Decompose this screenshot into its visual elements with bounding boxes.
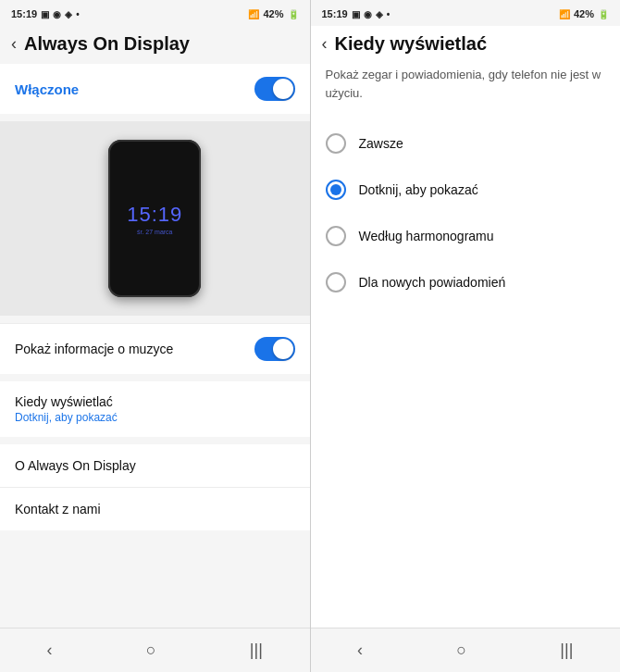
main-toggle-row[interactable]: Włączone bbox=[0, 64, 310, 114]
nav-home-left[interactable]: ○ bbox=[128, 637, 175, 664]
right-description: Pokaż zegar i powiadomienia, gdy telefon… bbox=[311, 60, 621, 115]
left-header: ‹ Always On Display bbox=[0, 26, 310, 64]
phone-preview-area: 15:19 śr. 27 marca bbox=[0, 121, 310, 316]
right-page-title: Kiedy wyświetlać bbox=[335, 33, 488, 55]
photo-icon-right: ◉ bbox=[364, 9, 372, 19]
radio-item-always[interactable]: Zawsze bbox=[311, 120, 621, 167]
radio-item-schedule[interactable]: Według harmonogramu bbox=[311, 213, 621, 259]
extra-settings-list: O Always On Display Kontakt z nami bbox=[0, 444, 310, 530]
right-screen: 15:19 ▣ ◉ ◈ • 📶 42% 🔋 ‹ Kiedy wyświetlać… bbox=[311, 0, 621, 672]
radio-circle-schedule bbox=[326, 226, 346, 246]
left-page-title: Always On Display bbox=[24, 33, 190, 55]
notif-icon-right: ▣ bbox=[352, 9, 360, 19]
radio-item-touch[interactable]: Dotknij, aby pokazać bbox=[311, 167, 621, 213]
when-to-show-item[interactable]: Kiedy wyświetlać Dotknij, aby pokazać bbox=[0, 381, 310, 437]
about-item[interactable]: O Always On Display bbox=[0, 444, 310, 488]
dot-icon-right: • bbox=[387, 9, 391, 19]
radio-options-list: Zawsze Dotknij, aby pokazać Według harmo… bbox=[311, 115, 621, 628]
battery-icon-left: 🔋 bbox=[288, 9, 299, 19]
right-header: ‹ Kiedy wyświetlać bbox=[311, 26, 621, 60]
signal-icon-left: 📶 bbox=[248, 9, 259, 19]
radio-circle-touch bbox=[326, 180, 346, 200]
nav-recent-left[interactable]: ||| bbox=[231, 637, 281, 664]
notification-icon: ▣ bbox=[41, 9, 49, 19]
nav-back-left[interactable]: ‹ bbox=[29, 637, 71, 664]
time-left: 15:19 bbox=[11, 8, 37, 19]
status-bar-left: 15:19 ▣ ◉ ◈ • 📶 42% 🔋 bbox=[0, 0, 310, 26]
main-toggle-switch[interactable] bbox=[254, 77, 295, 101]
settings-list: Kiedy wyświetlać Dotknij, aby pokazać bbox=[0, 381, 310, 437]
wifi-icon-right: ◈ bbox=[376, 9, 383, 19]
music-toggle-row[interactable]: Pokaż informacje o muzyce bbox=[0, 323, 310, 374]
contact-label: Kontakt z nami bbox=[15, 502, 101, 516]
status-left-right: 15:19 ▣ ◉ ◈ • bbox=[322, 8, 391, 19]
radio-label-schedule: Według harmonogramu bbox=[359, 229, 494, 243]
status-right-left: 📶 42% 🔋 bbox=[248, 8, 298, 19]
back-button-left[interactable]: ‹ bbox=[11, 34, 17, 54]
battery-icon-right: 🔋 bbox=[598, 9, 609, 19]
radio-item-notifications[interactable]: Dla nowych powiadomień bbox=[311, 259, 621, 305]
bottom-nav-left: ‹ ○ ||| bbox=[0, 628, 310, 672]
nav-back-right[interactable]: ‹ bbox=[339, 637, 381, 664]
wifi-icon2: ◈ bbox=[65, 9, 72, 19]
photo-icon: ◉ bbox=[53, 9, 61, 19]
preview-date: śr. 27 marca bbox=[137, 229, 173, 235]
time-right: 15:19 bbox=[322, 8, 348, 19]
back-button-right[interactable]: ‹ bbox=[322, 34, 328, 54]
status-left: 15:19 ▣ ◉ ◈ • bbox=[11, 8, 80, 19]
music-toggle-switch[interactable] bbox=[254, 337, 295, 361]
when-to-show-sub: Dotknij, aby pokazać bbox=[15, 411, 295, 424]
nav-home-right[interactable]: ○ bbox=[438, 637, 485, 664]
radio-label-touch: Dotknij, aby pokazać bbox=[359, 182, 478, 197]
preview-time: 15:19 bbox=[127, 203, 182, 227]
battery-right: 42% bbox=[574, 8, 594, 19]
dot-icon: • bbox=[76, 9, 80, 19]
radio-circle-notifications bbox=[326, 272, 346, 292]
radio-label-always: Zawsze bbox=[359, 136, 403, 151]
signal-icon-right: 📶 bbox=[559, 9, 570, 19]
music-toggle-label: Pokaż informacje o muzyce bbox=[15, 342, 173, 356]
nav-recent-right[interactable]: ||| bbox=[541, 637, 591, 664]
toggle-label: Włączone bbox=[15, 81, 79, 97]
radio-circle-always bbox=[326, 133, 346, 154]
bottom-nav-right: ‹ ○ ||| bbox=[311, 628, 621, 672]
status-right-right: 📶 42% 🔋 bbox=[559, 8, 609, 19]
left-screen: 15:19 ▣ ◉ ◈ • 📶 42% 🔋 ‹ Always On Displa… bbox=[0, 0, 310, 672]
about-label: O Always On Display bbox=[15, 458, 136, 473]
contact-item[interactable]: Kontakt z nami bbox=[0, 488, 310, 530]
when-to-show-title: Kiedy wyświetlać bbox=[15, 394, 295, 409]
battery-left: 42% bbox=[263, 8, 283, 19]
status-bar-right: 15:19 ▣ ◉ ◈ • 📶 42% 🔋 bbox=[311, 0, 621, 26]
phone-preview: 15:19 śr. 27 marca bbox=[108, 140, 201, 297]
radio-label-notifications: Dla nowych powiadomień bbox=[359, 275, 506, 290]
